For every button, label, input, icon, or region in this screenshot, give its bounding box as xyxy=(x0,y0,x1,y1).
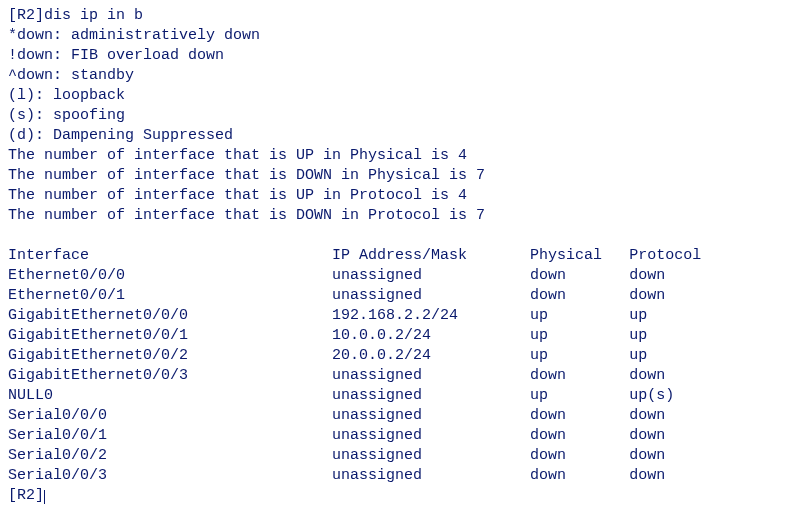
cell-ip: unassigned xyxy=(332,387,530,404)
cell-physical: down xyxy=(530,367,629,384)
table-row: Ethernet0/0/0 unassigned down down xyxy=(8,267,665,284)
cell-physical: up xyxy=(530,327,629,344)
cell-interface: GigabitEthernet0/0/0 xyxy=(8,307,332,324)
legend-line-5: (d): Dampening Suppressed xyxy=(8,127,233,144)
cli-prompt[interactable]: [R2] xyxy=(8,7,44,24)
legend-line-0: *down: administratively down xyxy=(8,27,260,44)
cell-ip: unassigned xyxy=(332,367,530,384)
cell-physical: down xyxy=(530,267,629,284)
cell-protocol: down xyxy=(629,287,665,304)
table-row: Serial0/0/3 unassigned down down xyxy=(8,467,665,484)
legend-line-4: (s): spoofing xyxy=(8,107,125,124)
cell-physical: down xyxy=(530,407,629,424)
table-row: Serial0/0/1 unassigned down down xyxy=(8,427,665,444)
terminal-output[interactable]: [R2]dis ip in b *down: administratively … xyxy=(0,0,799,505)
cell-interface: Ethernet0/0/1 xyxy=(8,287,332,304)
cell-interface: Serial0/0/1 xyxy=(8,427,332,444)
cell-protocol: down xyxy=(629,367,665,384)
cell-interface: GigabitEthernet0/0/1 xyxy=(8,327,332,344)
legend-line-2: ^down: standby xyxy=(8,67,134,84)
cursor-icon xyxy=(44,490,45,504)
cell-interface: NULL0 xyxy=(8,387,332,404)
cell-physical: down xyxy=(530,467,629,484)
table-row: Ethernet0/0/1 unassigned down down xyxy=(8,287,665,304)
cell-ip: unassigned xyxy=(332,407,530,424)
cell-ip: 192.168.2.2/24 xyxy=(332,307,530,324)
col-header-ip: IP Address/Mask xyxy=(332,247,530,264)
table-row: GigabitEthernet0/0/2 20.0.0.2/24 up up xyxy=(8,347,647,364)
cell-interface: Serial0/0/3 xyxy=(8,467,332,484)
cell-physical: down xyxy=(530,447,629,464)
table-row: GigabitEthernet0/0/0 192.168.2.2/24 up u… xyxy=(8,307,647,324)
count-line-2: The number of interface that is UP in Pr… xyxy=(8,187,467,204)
cell-interface: GigabitEthernet0/0/3 xyxy=(8,367,332,384)
table-row: Serial0/0/0 unassigned down down xyxy=(8,407,665,424)
cell-ip: unassigned xyxy=(332,287,530,304)
cell-interface: Ethernet0/0/0 xyxy=(8,267,332,284)
cell-physical: up xyxy=(530,347,629,364)
cell-physical: down xyxy=(530,287,629,304)
cli-prompt[interactable]: [R2] xyxy=(8,487,44,504)
cli-command: dis ip in b xyxy=(44,7,143,24)
legend-line-1: !down: FIB overload down xyxy=(8,47,224,64)
cell-interface: GigabitEthernet0/0/2 xyxy=(8,347,332,364)
cell-ip: 20.0.0.2/24 xyxy=(332,347,530,364)
col-header-interface: Interface xyxy=(8,247,332,264)
cell-protocol: up xyxy=(629,347,647,364)
cell-interface: Serial0/0/2 xyxy=(8,447,332,464)
cell-protocol: up xyxy=(629,307,647,324)
cell-physical: down xyxy=(530,427,629,444)
cell-ip: unassigned xyxy=(332,267,530,284)
count-line-3: The number of interface that is DOWN in … xyxy=(8,207,485,224)
cell-physical: up xyxy=(530,307,629,324)
table-row: GigabitEthernet0/0/1 10.0.0.2/24 up up xyxy=(8,327,647,344)
table-row: GigabitEthernet0/0/3 unassigned down dow… xyxy=(8,367,665,384)
cell-ip: unassigned xyxy=(332,467,530,484)
cell-protocol: down xyxy=(629,267,665,284)
cell-ip: 10.0.0.2/24 xyxy=(332,327,530,344)
col-header-physical: Physical xyxy=(530,247,629,264)
col-header-protocol: Protocol xyxy=(629,247,701,264)
cell-protocol: down xyxy=(629,407,665,424)
legend-line-3: (l): loopback xyxy=(8,87,125,104)
cell-physical: up xyxy=(530,387,629,404)
cell-protocol: down xyxy=(629,467,665,484)
count-line-0: The number of interface that is UP in Ph… xyxy=(8,147,467,164)
cell-ip: unassigned xyxy=(332,447,530,464)
table-row: NULL0 unassigned up up(s) xyxy=(8,387,674,404)
cell-protocol: down xyxy=(629,427,665,444)
cell-interface: Serial0/0/0 xyxy=(8,407,332,424)
cell-protocol: down xyxy=(629,447,665,464)
cell-protocol: up xyxy=(629,327,647,344)
count-line-1: The number of interface that is DOWN in … xyxy=(8,167,485,184)
cell-protocol: up(s) xyxy=(629,387,674,404)
cell-ip: unassigned xyxy=(332,427,530,444)
table-row: Serial0/0/2 unassigned down down xyxy=(8,447,665,464)
table-header-row: Interface IP Address/Mask Physical Proto… xyxy=(8,247,701,264)
